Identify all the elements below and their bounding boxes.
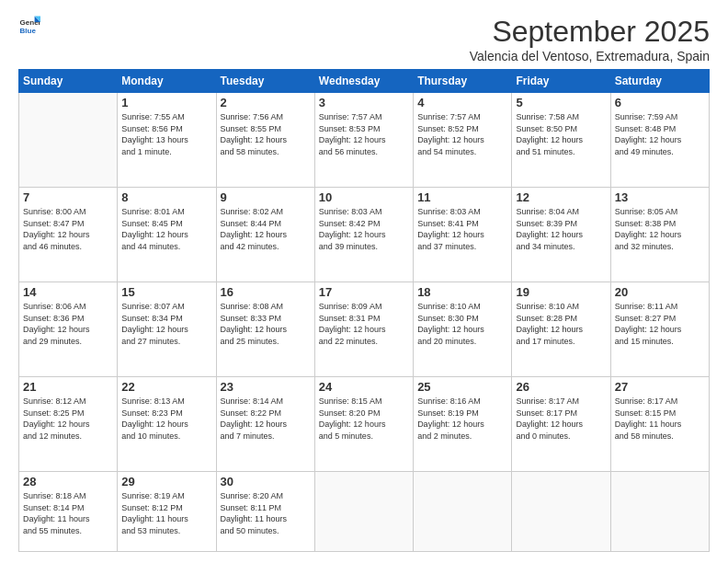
calendar-cell: 29Sunrise: 8:19 AM Sunset: 8:12 PM Dayli…	[118, 471, 216, 551]
day-info: Sunrise: 7:55 AM Sunset: 8:56 PM Dayligh…	[121, 111, 211, 157]
svg-text:Blue: Blue	[20, 27, 37, 35]
calendar-cell: 28Sunrise: 8:18 AM Sunset: 8:14 PM Dayli…	[19, 471, 118, 551]
week-row-5: 28Sunrise: 8:18 AM Sunset: 8:14 PM Dayli…	[19, 471, 710, 551]
calendar-cell	[512, 471, 610, 551]
day-number: 20	[615, 285, 705, 299]
logo: General Blue	[18, 15, 40, 37]
day-info: Sunrise: 8:03 AM Sunset: 8:42 PM Dayligh…	[319, 206, 409, 252]
day-info: Sunrise: 8:11 AM Sunset: 8:27 PM Dayligh…	[615, 301, 705, 347]
day-number: 26	[516, 380, 606, 394]
calendar-cell: 26Sunrise: 8:17 AM Sunset: 8:17 PM Dayli…	[512, 376, 610, 471]
calendar-cell: 6Sunrise: 7:59 AM Sunset: 8:48 PM Daylig…	[610, 93, 709, 188]
calendar-cell: 7Sunrise: 8:00 AM Sunset: 8:47 PM Daylig…	[19, 187, 118, 282]
day-number: 8	[121, 190, 211, 204]
day-info: Sunrise: 8:19 AM Sunset: 8:12 PM Dayligh…	[121, 490, 211, 536]
day-number: 11	[417, 190, 507, 204]
location-title: Valencia del Ventoso, Extremadura, Spain	[470, 49, 710, 63]
day-number: 2	[221, 96, 311, 109]
day-number: 15	[121, 285, 211, 299]
day-info: Sunrise: 7:57 AM Sunset: 8:52 PM Dayligh…	[417, 111, 507, 157]
day-number: 28	[23, 475, 113, 488]
day-number: 24	[319, 380, 409, 394]
day-info: Sunrise: 8:05 AM Sunset: 8:38 PM Dayligh…	[615, 206, 705, 252]
week-row-1: 1Sunrise: 7:55 AM Sunset: 8:56 PM Daylig…	[19, 93, 710, 188]
day-number: 27	[615, 380, 705, 394]
calendar-cell: 1Sunrise: 7:55 AM Sunset: 8:56 PM Daylig…	[118, 93, 216, 188]
calendar-cell: 27Sunrise: 8:17 AM Sunset: 8:15 PM Dayli…	[610, 376, 709, 471]
week-row-4: 21Sunrise: 8:12 AM Sunset: 8:25 PM Dayli…	[19, 376, 710, 471]
day-info: Sunrise: 8:12 AM Sunset: 8:25 PM Dayligh…	[23, 396, 113, 442]
calendar-cell: 21Sunrise: 8:12 AM Sunset: 8:25 PM Dayli…	[19, 376, 118, 471]
calendar-table: SundayMondayTuesdayWednesdayThursdayFrid…	[18, 69, 710, 552]
day-number: 19	[516, 285, 606, 299]
day-info: Sunrise: 8:17 AM Sunset: 8:15 PM Dayligh…	[615, 396, 705, 442]
day-info: Sunrise: 7:58 AM Sunset: 8:50 PM Dayligh…	[516, 111, 606, 157]
calendar-cell: 12Sunrise: 8:04 AM Sunset: 8:39 PM Dayli…	[512, 187, 610, 282]
day-number: 3	[319, 96, 409, 109]
col-header-sunday: Sunday	[19, 70, 118, 93]
calendar-cell: 19Sunrise: 8:10 AM Sunset: 8:28 PM Dayli…	[512, 282, 610, 376]
day-number: 21	[23, 380, 113, 394]
calendar-cell: 23Sunrise: 8:14 AM Sunset: 8:22 PM Dayli…	[216, 376, 314, 471]
calendar-cell: 14Sunrise: 8:06 AM Sunset: 8:36 PM Dayli…	[19, 282, 118, 376]
logo-icon: General Blue	[18, 15, 40, 37]
day-info: Sunrise: 8:01 AM Sunset: 8:45 PM Dayligh…	[121, 206, 211, 252]
calendar-cell: 10Sunrise: 8:03 AM Sunset: 8:42 PM Dayli…	[314, 187, 413, 282]
day-number: 18	[417, 285, 507, 299]
day-info: Sunrise: 7:57 AM Sunset: 8:53 PM Dayligh…	[319, 111, 409, 157]
col-header-saturday: Saturday	[610, 70, 709, 93]
day-number: 30	[221, 475, 311, 488]
calendar-cell: 30Sunrise: 8:20 AM Sunset: 8:11 PM Dayli…	[216, 471, 314, 551]
calendar-cell: 13Sunrise: 8:05 AM Sunset: 8:38 PM Dayli…	[610, 187, 709, 282]
day-number: 23	[221, 380, 311, 394]
calendar-cell: 15Sunrise: 8:07 AM Sunset: 8:34 PM Dayli…	[118, 282, 216, 376]
day-number: 13	[615, 190, 705, 204]
col-header-tuesday: Tuesday	[216, 70, 314, 93]
day-info: Sunrise: 8:02 AM Sunset: 8:44 PM Dayligh…	[221, 206, 311, 252]
calendar-header-row: SundayMondayTuesdayWednesdayThursdayFrid…	[19, 70, 710, 93]
page: General Blue September 2025 Valencia del…	[0, 0, 728, 563]
day-info: Sunrise: 8:20 AM Sunset: 8:11 PM Dayligh…	[221, 490, 311, 536]
day-info: Sunrise: 8:14 AM Sunset: 8:22 PM Dayligh…	[221, 396, 311, 442]
calendar-cell: 24Sunrise: 8:15 AM Sunset: 8:20 PM Dayli…	[314, 376, 413, 471]
day-number: 7	[23, 190, 113, 204]
col-header-thursday: Thursday	[414, 70, 512, 93]
title-area: September 2025 Valencia del Ventoso, Ext…	[470, 15, 710, 63]
day-info: Sunrise: 8:00 AM Sunset: 8:47 PM Dayligh…	[23, 206, 113, 252]
day-number: 9	[221, 190, 311, 204]
week-row-3: 14Sunrise: 8:06 AM Sunset: 8:36 PM Dayli…	[19, 282, 710, 376]
day-number: 14	[23, 285, 113, 299]
calendar-cell: 16Sunrise: 8:08 AM Sunset: 8:33 PM Dayli…	[216, 282, 314, 376]
calendar-cell: 17Sunrise: 8:09 AM Sunset: 8:31 PM Dayli…	[314, 282, 413, 376]
calendar-cell	[314, 471, 413, 551]
day-info: Sunrise: 8:10 AM Sunset: 8:30 PM Dayligh…	[417, 301, 507, 347]
day-info: Sunrise: 8:03 AM Sunset: 8:41 PM Dayligh…	[417, 206, 507, 252]
day-info: Sunrise: 7:59 AM Sunset: 8:48 PM Dayligh…	[615, 111, 705, 157]
calendar-cell: 22Sunrise: 8:13 AM Sunset: 8:23 PM Dayli…	[118, 376, 216, 471]
day-info: Sunrise: 8:10 AM Sunset: 8:28 PM Dayligh…	[516, 301, 606, 347]
week-row-2: 7Sunrise: 8:00 AM Sunset: 8:47 PM Daylig…	[19, 187, 710, 282]
calendar-cell	[19, 93, 118, 188]
calendar-cell: 11Sunrise: 8:03 AM Sunset: 8:41 PM Dayli…	[414, 187, 512, 282]
header: General Blue September 2025 Valencia del…	[18, 15, 710, 63]
day-info: Sunrise: 8:07 AM Sunset: 8:34 PM Dayligh…	[121, 301, 211, 347]
calendar-cell: 5Sunrise: 7:58 AM Sunset: 8:50 PM Daylig…	[512, 93, 610, 188]
col-header-wednesday: Wednesday	[314, 70, 413, 93]
day-number: 10	[319, 190, 409, 204]
day-number: 16	[221, 285, 311, 299]
day-number: 6	[615, 96, 705, 109]
day-info: Sunrise: 8:15 AM Sunset: 8:20 PM Dayligh…	[319, 396, 409, 442]
calendar-cell: 2Sunrise: 7:56 AM Sunset: 8:55 PM Daylig…	[216, 93, 314, 188]
day-info: Sunrise: 8:04 AM Sunset: 8:39 PM Dayligh…	[516, 206, 606, 252]
day-info: Sunrise: 8:06 AM Sunset: 8:36 PM Dayligh…	[23, 301, 113, 347]
calendar-cell	[414, 471, 512, 551]
day-number: 25	[417, 380, 507, 394]
month-title: September 2025	[470, 15, 710, 49]
day-info: Sunrise: 7:56 AM Sunset: 8:55 PM Dayligh…	[221, 111, 311, 157]
col-header-monday: Monday	[118, 70, 216, 93]
day-info: Sunrise: 8:08 AM Sunset: 8:33 PM Dayligh…	[221, 301, 311, 347]
day-info: Sunrise: 8:16 AM Sunset: 8:19 PM Dayligh…	[417, 396, 507, 442]
day-info: Sunrise: 8:18 AM Sunset: 8:14 PM Dayligh…	[23, 490, 113, 536]
calendar-cell: 20Sunrise: 8:11 AM Sunset: 8:27 PM Dayli…	[610, 282, 709, 376]
calendar-cell: 4Sunrise: 7:57 AM Sunset: 8:52 PM Daylig…	[414, 93, 512, 188]
